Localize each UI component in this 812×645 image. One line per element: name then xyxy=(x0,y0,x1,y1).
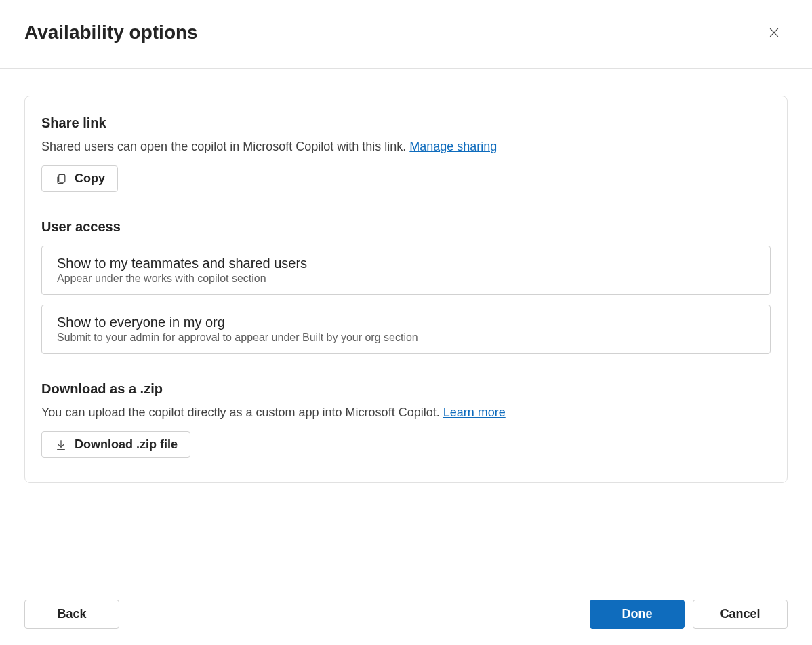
footer-left: Back xyxy=(24,600,119,629)
cancel-button[interactable]: Cancel xyxy=(693,600,788,629)
done-button[interactable]: Done xyxy=(590,600,685,629)
manage-sharing-link[interactable]: Manage sharing xyxy=(409,140,497,153)
back-button[interactable]: Back xyxy=(24,600,119,629)
user-access-option-everyone[interactable]: Show to everyone in my org Submit to you… xyxy=(41,305,771,354)
user-access-option-teammates[interactable]: Show to my teammates and shared users Ap… xyxy=(41,246,771,295)
options-card: Share link Shared users can open the cop… xyxy=(24,96,788,483)
download-zip-label: Download .zip file xyxy=(75,437,178,452)
option-subtitle: Appear under the works with copilot sect… xyxy=(57,273,755,285)
close-icon xyxy=(767,26,781,39)
svg-rect-2 xyxy=(59,174,65,182)
option-title: Show to everyone in my org xyxy=(57,315,755,330)
dialog-header: Availability options xyxy=(0,0,812,69)
copy-button[interactable]: Copy xyxy=(41,165,118,192)
download-description: You can upload the copilot directly as a… xyxy=(41,404,771,422)
copy-icon xyxy=(54,172,68,186)
download-description-text: You can upload the copilot directly as a… xyxy=(41,406,443,419)
share-link-heading: Share link xyxy=(41,115,771,131)
user-access-heading: User access xyxy=(41,219,771,235)
share-link-description-text: Shared users can open the copilot in Mic… xyxy=(41,140,409,153)
user-access-section: User access Show to my teammates and sha… xyxy=(41,219,771,354)
share-link-section: Share link Shared users can open the cop… xyxy=(41,115,771,192)
option-subtitle: Submit to your admin for approval to app… xyxy=(57,332,755,344)
download-zip-button[interactable]: Download .zip file xyxy=(41,431,190,458)
download-heading: Download as a .zip xyxy=(41,381,771,397)
download-icon xyxy=(54,438,68,452)
option-title: Show to my teammates and shared users xyxy=(57,256,755,271)
share-link-description: Shared users can open the copilot in Mic… xyxy=(41,138,771,156)
footer-right: Done Cancel xyxy=(590,600,788,629)
dialog-content: Share link Shared users can open the cop… xyxy=(0,69,812,496)
copy-button-label: Copy xyxy=(75,172,105,186)
close-button[interactable] xyxy=(760,19,788,46)
download-section: Download as a .zip You can upload the co… xyxy=(41,381,771,458)
dialog-title: Availability options xyxy=(24,22,198,43)
dialog-footer: Back Done Cancel xyxy=(0,583,812,645)
learn-more-link[interactable]: Learn more xyxy=(443,406,506,419)
